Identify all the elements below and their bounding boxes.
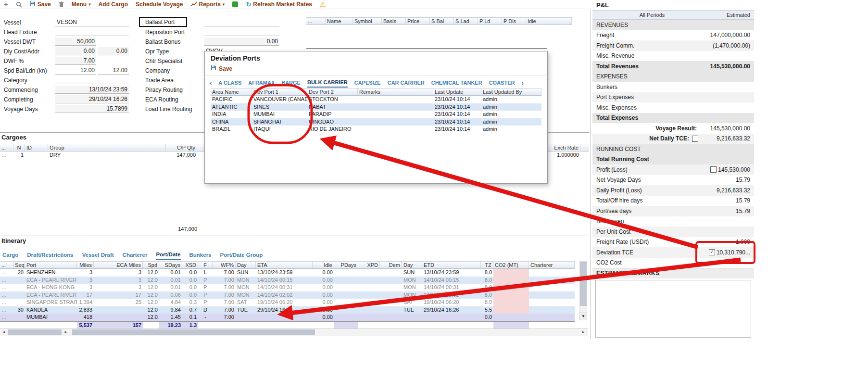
menu-button[interactable]: Menu ▾: [72, 1, 91, 8]
itinerary-tab-cargo[interactable]: Cargo: [2, 251, 18, 259]
deviation-row-india[interactable]: INDIAMUMBAIPARADIP23/10/24 10:14admin: [211, 111, 541, 118]
scroll-right-button[interactable]: ►: [64, 330, 68, 334]
dev-tab-a-class[interactable]: A CLASS: [218, 79, 241, 87]
deviation-row-china[interactable]: CHINASHANGHAIQINGDAO23/10/24 10:14admin: [211, 118, 541, 126]
add-cargo-button[interactable]: Add Cargo: [99, 1, 128, 8]
pnl-row-total-expenses[interactable]: Total Expenses: [592, 113, 754, 124]
itinerary-row-mumbai[interactable]: …MUMBAI41812.01.450.1-7.000.000.0: [0, 314, 575, 321]
warning-icon[interactable]: ⚠: [320, 0, 326, 8]
column-header-etd[interactable]: ETD: [422, 262, 481, 268]
column-header-xpd[interactable]: XPD: [358, 262, 380, 268]
deviation-row-atlantic[interactable]: ATLANTICSINESRABAT23/10/24 10:14admin: [211, 103, 541, 111]
vertical-scrollbar-thumb[interactable]: [580, 262, 587, 306]
pnl-row-running-cost[interactable]: RUNNING COST: [592, 144, 754, 154]
column-header-seq[interactable]: Seq: [13, 262, 25, 268]
pnl-row-freight[interactable]: Freight147,000,000.00: [592, 30, 754, 41]
itinerary-row-eca-hong-kong[interactable]: …ECA - HONG KONG3312.00.010.0P7.00MON14/…: [0, 284, 575, 291]
pnl-row-net-voyage-days[interactable]: Net Voyage Days15.79: [592, 175, 754, 186]
column-header-name[interactable]: Name: [326, 18, 353, 25]
save-button[interactable]: Save: [30, 1, 51, 8]
head-fixture-input[interactable]: [55, 28, 129, 36]
pnl-row-total-revenues[interactable]: Total Revenues145,530,000.00: [592, 61, 754, 72]
pnl-row-misc-revenue[interactable]: Misc. Revenue: [592, 51, 754, 62]
column-header-p-ld[interactable]: P Ld: [478, 18, 502, 25]
ballast-port-input[interactable]: [204, 18, 279, 26]
delete-icon[interactable]: [59, 1, 64, 8]
vessel-input[interactable]: VESON: [55, 18, 129, 26]
itinerary-row-eca-pearl-river-d[interactable]: …ECA - PEARL RIVER D171712.00.060.0P7.00…: [0, 291, 575, 299]
column-header-by[interactable]: Last Updated By: [481, 88, 541, 95]
checkbox-checked[interactable]: ✓: [709, 249, 715, 255]
itinerary-row-shenzhen[interactable]: …20SHENZHEN3312.00.010.0L7.00SUN13/10/24…: [0, 269, 575, 277]
scroll-right-button[interactable]: ►: [581, 330, 585, 334]
dly-cost-input[interactable]: 0.00: [55, 47, 96, 55]
pnl-row-daily-profit-loss[interactable]: Daily Profit (Loss)9,216,633.32: [592, 185, 754, 196]
column-header-idle[interactable]: Idle: [526, 18, 572, 25]
row-menu-icon[interactable]: …: [0, 314, 13, 321]
pnl-row-co2-cost[interactable]: CO2 Cost: [592, 258, 754, 268]
itinerary-tab-port-date[interactable]: Port/Date: [156, 251, 180, 260]
itinerary-tab-draft-restrictions[interactable]: Draft/Restrictions: [27, 251, 74, 259]
column-header-remarks[interactable]: Remarks: [358, 88, 433, 95]
column-header-s-lad[interactable]: S Lad: [454, 18, 478, 25]
itinerary-tab-bunkers[interactable]: Bunkers: [189, 251, 212, 259]
pnl-row-per-unit-cost[interactable]: Per Unit Cost: [592, 227, 754, 237]
pnl-row-total-running-cost[interactable]: Total Running Cost: [592, 154, 754, 165]
pnl-row-expenses[interactable]: EXPENSES: [592, 72, 754, 82]
ballast-bonus-input[interactable]: 0.00: [204, 38, 279, 46]
pnl-row-voyage-result[interactable]: Voyage Result:145,530,000.00: [592, 123, 754, 134]
refresh-market-rates-button[interactable]: ↻ Refresh Market Rates: [246, 1, 312, 8]
dev-tab-coaster[interactable]: COASTER: [489, 79, 515, 87]
deviation-row-pacific[interactable]: PACIFICVANCOUVER (CANAD...STOCKTON23/10/…: [211, 96, 541, 103]
column-header-group[interactable]: Group: [48, 144, 166, 151]
schedule-voyage-button[interactable]: Schedule Voyage: [136, 1, 183, 8]
column-header-eca[interactable]: ECA Miles: [94, 262, 143, 268]
add-icon[interactable]: +: [4, 1, 8, 7]
column-header-chtr[interactable]: Charterer: [529, 262, 575, 268]
column-header-xsd[interactable]: XSD: [182, 262, 198, 268]
dev-tab-bulk-carrier[interactable]: BULK CARRIER: [307, 78, 348, 88]
row-menu-icon[interactable]: …: [0, 291, 13, 299]
horizontal-scrollbar-thumb[interactable]: [72, 329, 315, 335]
column-header-menu[interactable]: ...: [0, 144, 13, 151]
dev-tab-aframax[interactable]: AFRAMAX: [248, 79, 275, 87]
itinerary-tab-vessel-draft[interactable]: Vessel Draft: [82, 251, 114, 259]
column-header-s-bal[interactable]: S Bal: [430, 18, 454, 25]
reposition-port-input[interactable]: [204, 28, 279, 36]
column-header-idle[interactable]: Idle: [313, 262, 334, 268]
dev-tab-barge[interactable]: BARGE: [281, 79, 301, 87]
ballast-port-selector[interactable]: Ballast Port: [139, 17, 187, 27]
status-icon[interactable]: [232, 1, 238, 7]
dev-tab-chemical-tanker[interactable]: CHEMICAL TANKER: [431, 79, 482, 87]
itinerary-row-eca-pearl-river-d[interactable]: …ECA - PEARL RIVER D3312.00.010.0P7.00MO…: [0, 277, 575, 284]
scroll-left-button[interactable]: ◄: [2, 330, 6, 334]
completing-input[interactable]: 29/10/24 16:26: [55, 95, 129, 103]
pnl-row-net-daily-tce[interactable]: Net Daily TCE:9,216,633.32: [592, 134, 754, 144]
column-header-miles[interactable]: Miles: [77, 262, 94, 268]
column-header-day2[interactable]: Day: [402, 262, 422, 268]
pnl-row-bunkers[interactable]: Bunkers: [592, 82, 754, 92]
pnl-row-port-expenses[interactable]: Port Expenses: [592, 92, 754, 103]
scroll-down-button[interactable]: ▼: [579, 313, 587, 320]
pnl-row-freight-rate-usd-t[interactable]: Freight Rate (USD/t)1.000: [592, 237, 754, 248]
dialog-save-button[interactable]: Save: [211, 65, 232, 72]
column-header-id[interactable]: ID: [25, 144, 48, 151]
column-header-estimated[interactable]: Estimated: [712, 11, 754, 19]
pnl-row-deviation-tce[interactable]: Deviation TCE✓10,310,790...: [592, 247, 754, 258]
spd-laden-input[interactable]: 12.00: [98, 66, 129, 75]
column-header-price[interactable]: Price: [406, 18, 430, 25]
column-header-co2[interactable]: CO2 (MT): [493, 262, 529, 268]
estimate-remarks-box[interactable]: [595, 280, 751, 338]
column-header-port1[interactable]: Dev Port 1: [252, 88, 307, 95]
row-menu-icon[interactable]: …: [0, 151, 13, 159]
row-menu-icon[interactable]: …: [0, 299, 13, 306]
itinerary-row-singapore-strait[interactable]: …SINGAPORE STRAIT1,3942512.04.840.3P7.00…: [0, 299, 575, 306]
pnl-row-breakeven[interactable]: Breakeven: [592, 216, 754, 227]
column-header-tz[interactable]: TZ: [481, 262, 493, 268]
commencing-input[interactable]: 13/10/24 23:59: [55, 86, 129, 94]
column-header-port2[interactable]: Dev Port 2: [307, 88, 358, 95]
column-header-qty[interactable]: C/P Qty: [166, 144, 197, 151]
row-menu-icon[interactable]: …: [0, 306, 13, 314]
column-header-day1[interactable]: Day: [236, 262, 256, 268]
spd-ballast-input[interactable]: 12.00: [55, 66, 96, 75]
